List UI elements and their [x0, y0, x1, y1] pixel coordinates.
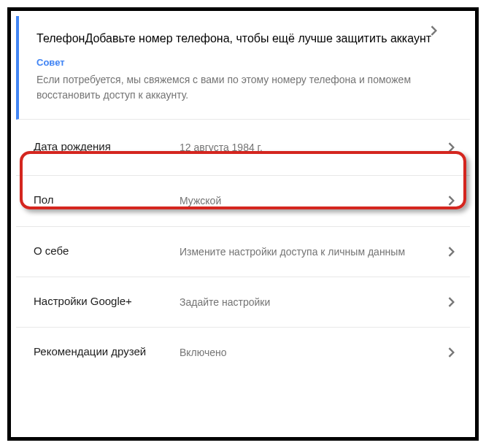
about-value: Измените настройки доступа к личным данн… — [180, 244, 452, 259]
chevron-right-icon — [448, 142, 455, 152]
chevron-right-icon — [448, 196, 455, 206]
settings-list: Телефон Добавьте номер телефона, чтобы е… — [16, 16, 470, 432]
phone-section: Телефон Добавьте номер телефона, чтобы е… — [16, 16, 470, 120]
gplus-label: Настройки Google+ — [34, 295, 180, 307]
chevron-right-icon — [448, 297, 455, 307]
gender-label: Пол — [34, 193, 180, 206]
birthday-value: 12 августа 1984 г. — [180, 140, 452, 155]
about-row[interactable]: О себе Измените настройки доступа к личн… — [16, 227, 470, 277]
gender-row[interactable]: Пол Мужской — [16, 176, 470, 226]
advice-text: Если потребуется, мы свяжемся с вами по … — [36, 72, 452, 103]
birthday-row[interactable]: Дата рождения 12 августа 1984 г. — [16, 120, 470, 176]
recommend-row[interactable]: Рекомендации друзей Включено — [16, 328, 470, 377]
chevron-right-icon — [448, 347, 455, 358]
phone-label: Телефон — [36, 32, 85, 45]
about-label: О себе — [34, 244, 180, 257]
phone-value: Добавьте номер телефона, чтобы ещё лучше… — [85, 32, 431, 45]
birthday-label: Дата рождения — [34, 140, 180, 152]
phone-row[interactable]: Телефон Добавьте номер телефона, чтобы е… — [36, 16, 452, 45]
advice-title: Совет — [36, 57, 452, 68]
recommend-label: Рекомендации друзей — [34, 345, 180, 358]
gender-value: Мужской — [180, 193, 452, 208]
chevron-right-icon — [448, 247, 455, 257]
gplus-value: Задайте настройки — [180, 295, 452, 309]
chevron-right-icon — [431, 26, 438, 36]
gplus-row[interactable]: Настройки Google+ Задайте настройки — [16, 277, 470, 328]
recommend-value: Включено — [180, 345, 452, 360]
